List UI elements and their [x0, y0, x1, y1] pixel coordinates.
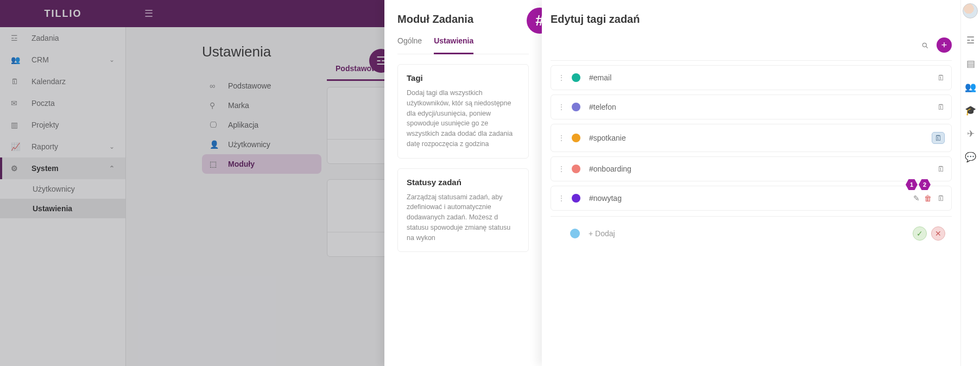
drag-handle-icon[interactable]: ⋮: [558, 194, 565, 203]
panel-edytuj-tagi: Edytuj tagi zadań + ⋮#email🗓⋮#telefon🗓⋮#…: [542, 0, 960, 366]
module-tabs: Ogólne Ustawienia: [397, 36, 529, 54]
calendar-toggle-icon[interactable]: 🗓: [937, 194, 945, 203]
search-icon[interactable]: [921, 41, 929, 49]
user-avatar[interactable]: [963, 3, 978, 18]
tag-list: ⋮#email🗓⋮#telefon🗓⋮#spotkanie🗓⋮#onboardi…: [551, 65, 952, 211]
calendar-toggle-icon[interactable]: 🗓: [937, 73, 945, 82]
section-heading: Statusy zadań: [407, 178, 520, 187]
section-desc: Dodaj tagi dla wszystkich użytkowników, …: [407, 88, 520, 149]
svg-point-0: [922, 43, 926, 47]
color-dot: [572, 103, 580, 111]
new-tag-input[interactable]: + Dodaj: [589, 229, 913, 238]
panel-title: Edytuj tagi zadań: [551, 13, 952, 26]
send-icon[interactable]: ✈: [967, 128, 975, 140]
tab-ogolne[interactable]: Ogólne: [397, 36, 422, 54]
panel-module-zadania: Moduł Zadania # Ogólne Ustawienia Tagi D…: [384, 0, 542, 366]
tag-name: #telefon: [589, 103, 937, 111]
tag-row[interactable]: ⋮#spotkanie🗓: [551, 124, 952, 152]
section-statusy[interactable]: Statusy zadań Zarządzaj statusami zadań,…: [397, 168, 529, 253]
section-heading: Tagi: [407, 73, 520, 83]
tag-new-row: + Dodaj ✓ ✕: [551, 216, 952, 248]
panel-title: Moduł Zadania: [397, 13, 529, 26]
tab-ustawienia[interactable]: Ustawienia: [434, 36, 473, 54]
color-dot: [572, 165, 580, 173]
tag-row[interactable]: ⋮#nowytag✎🗑🗓12: [551, 186, 952, 211]
section-desc: Zarządzaj statusami zadań, aby zdefiniow…: [407, 192, 520, 243]
color-dot[interactable]: [570, 229, 580, 238]
right-rail: ☲ ▤ 👥 🎓 ✈ 💬: [960, 0, 980, 366]
tag-name: #email: [589, 73, 937, 82]
add-tag-button[interactable]: +: [937, 37, 952, 53]
tag-name: #onboarding: [589, 165, 937, 173]
education-icon[interactable]: 🎓: [965, 105, 976, 116]
tag-name: #nowytag: [589, 194, 913, 203]
confirm-button[interactable]: ✓: [913, 226, 927, 241]
columns-icon[interactable]: ▤: [966, 58, 975, 70]
calendar-toggle-icon[interactable]: 🗓: [937, 103, 945, 111]
color-dot: [572, 134, 580, 142]
color-dot: [572, 194, 580, 203]
cancel-button[interactable]: ✕: [931, 226, 945, 241]
drag-handle-icon[interactable]: ⋮: [558, 103, 565, 111]
tags-toolbar: +: [551, 37, 952, 61]
drag-handle-icon[interactable]: ⋮: [558, 73, 565, 82]
tag-name: #spotkanie: [589, 134, 932, 142]
drag-handle-icon[interactable]: ⋮: [558, 134, 565, 142]
drag-handle-icon[interactable]: ⋮: [558, 165, 565, 173]
tag-row[interactable]: ⋮#email🗓: [551, 65, 952, 90]
calendar-toggle-icon[interactable]: 🗓: [932, 132, 945, 144]
tag-row[interactable]: ⋮#telefon🗓: [551, 94, 952, 119]
delete-icon[interactable]: 🗑: [924, 194, 932, 203]
color-dot: [572, 73, 580, 82]
team-icon[interactable]: 👥: [965, 81, 976, 93]
chat-icon[interactable]: 💬: [965, 152, 976, 163]
tag-row[interactable]: ⋮#onboarding🗓: [551, 156, 952, 181]
tasks-icon[interactable]: ☲: [966, 35, 975, 46]
svg-line-1: [926, 47, 928, 48]
calendar-toggle-icon[interactable]: 🗓: [937, 165, 945, 173]
section-tagi[interactable]: Tagi Dodaj tagi dla wszystkich użytkowni…: [397, 64, 529, 159]
edit-icon[interactable]: ✎: [913, 194, 920, 203]
